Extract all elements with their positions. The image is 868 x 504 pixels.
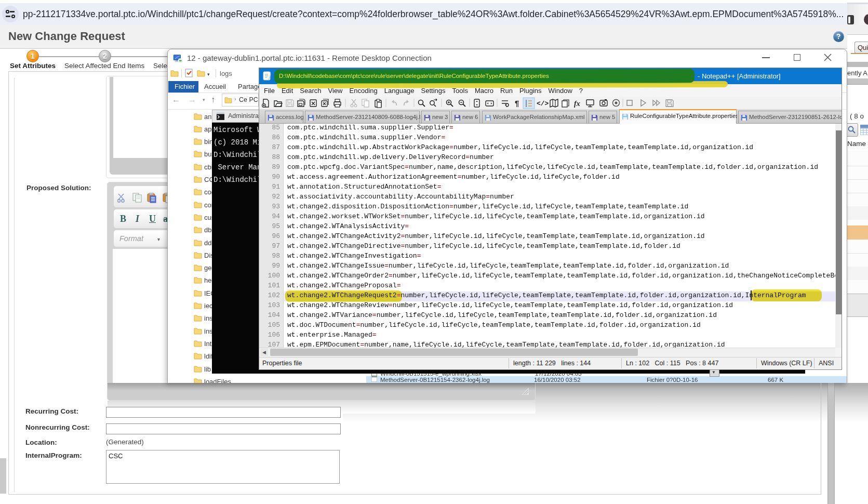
svg-text:fx: fx <box>574 100 580 108</box>
svg-text:</>: </> <box>537 100 549 108</box>
svg-text:¶: ¶ <box>515 99 519 108</box>
